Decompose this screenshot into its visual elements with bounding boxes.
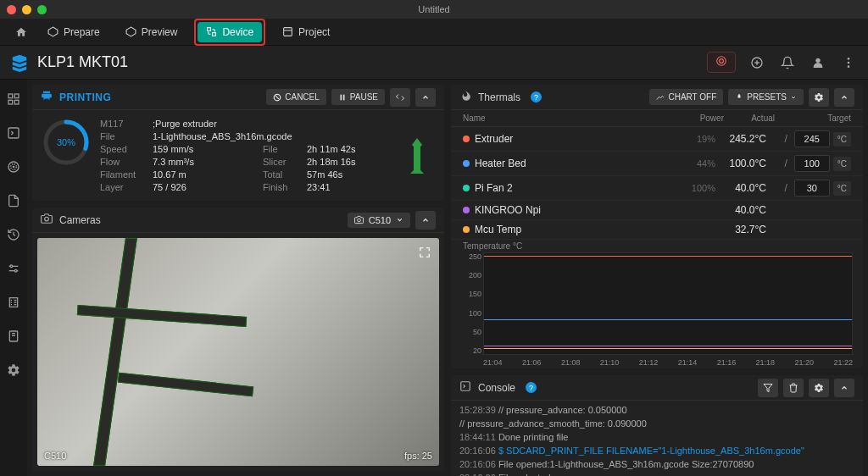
emergency-stop-button[interactable]	[707, 52, 736, 73]
svg-rect-16	[8, 100, 13, 104]
tab-preview-label: Preview	[142, 26, 178, 38]
heater-row: Heater Bed44%100.0°C/°C	[451, 152, 863, 176]
console-panel: Console ? 15:28:39 // pressure_advance: …	[451, 375, 863, 476]
thermals-settings-button[interactable]	[809, 88, 829, 107]
gcode-thumbnail	[400, 119, 434, 192]
printing-title: PRINTING	[59, 91, 111, 103]
window-min-btn[interactable]	[22, 5, 31, 14]
svg-point-6	[717, 57, 726, 66]
camera-fps-overlay: fps: 25	[404, 451, 432, 461]
sidebar-jobs-icon[interactable]	[4, 191, 23, 210]
console-clear-button[interactable]	[783, 379, 804, 397]
tab-device[interactable]: Device	[198, 22, 262, 42]
window-close-btn[interactable]	[7, 5, 16, 14]
cancel-button[interactable]: CANCEL	[266, 89, 326, 105]
collapse-console-button[interactable]	[834, 379, 854, 397]
svg-point-35	[357, 219, 360, 222]
svg-point-9	[815, 58, 820, 62]
camera-select[interactable]: C510	[348, 213, 410, 228]
user-icon[interactable]	[809, 53, 827, 72]
sidebar-config-icon[interactable]	[4, 293, 23, 312]
svg-marker-0	[48, 27, 58, 36]
progress-percent: 30%	[42, 119, 90, 166]
svg-point-12	[848, 65, 850, 68]
camera-name-overlay: C510	[44, 451, 66, 461]
collapse-printing-button[interactable]	[415, 88, 436, 107]
svg-rect-14	[14, 94, 19, 98]
svg-point-20	[13, 166, 14, 167]
heater-row: KINGROO Npi40.0°C	[451, 201, 863, 220]
cameras-panel: Cameras C510	[32, 208, 444, 471]
tab-prepare-label: Prepare	[64, 26, 100, 38]
fullscreen-icon[interactable]	[415, 243, 434, 262]
svg-rect-30	[340, 94, 342, 100]
printing-panel: PRINTING CANCEL PAUSE 30%	[32, 85, 444, 201]
svg-point-24	[14, 269, 17, 272]
bell-icon[interactable]	[778, 53, 797, 72]
left-sidebar	[0, 80, 27, 476]
top-tab-bar: Prepare Preview Device Project	[0, 19, 868, 46]
home-icon[interactable]	[12, 23, 31, 42]
target-input[interactable]	[794, 130, 830, 147]
fluidd-logo-icon	[10, 53, 29, 72]
window-title: Untitled	[418, 4, 449, 14]
reprint-button[interactable]	[390, 88, 410, 107]
camera-feed[interactable]: C510 fps: 25	[37, 238, 439, 466]
svg-marker-1	[126, 27, 136, 36]
heater-row: Mcu Temp32.7°C	[451, 220, 863, 240]
svg-point-34	[45, 217, 49, 221]
menu-dots-icon[interactable]	[839, 53, 858, 72]
presets-button[interactable]: PRESETS	[728, 89, 804, 105]
svg-rect-15	[14, 100, 19, 104]
sidebar-gcode-icon[interactable]	[4, 158, 23, 176]
console-output[interactable]: 15:28:39 // pressure_advance: 0.050000 /…	[451, 401, 863, 476]
sidebar-system-icon[interactable]	[4, 327, 23, 346]
help-icon[interactable]: ?	[526, 382, 537, 393]
svg-point-11	[848, 61, 850, 64]
target-input[interactable]	[794, 155, 830, 172]
tab-project-label: Project	[298, 26, 330, 38]
sidebar-console-icon[interactable]	[4, 124, 23, 142]
sidebar-tune-icon[interactable]	[4, 259, 23, 278]
svg-point-23	[10, 265, 13, 268]
upload-icon[interactable]	[748, 53, 766, 72]
svg-rect-4	[284, 28, 292, 36]
console-filter-button[interactable]	[758, 379, 778, 397]
printer-icon	[41, 90, 53, 104]
tab-project[interactable]: Project	[274, 22, 338, 42]
svg-point-7	[720, 59, 724, 64]
heater-row: Pi Fan 2100%40.0°C/°C	[451, 176, 863, 201]
svg-marker-37	[764, 384, 772, 391]
svg-rect-3	[213, 33, 216, 36]
tab-prepare[interactable]: Prepare	[39, 22, 108, 42]
svg-rect-31	[343, 94, 345, 100]
svg-rect-13	[8, 94, 13, 98]
collapse-cameras-button[interactable]	[415, 211, 436, 230]
sidebar-history-icon[interactable]	[4, 225, 23, 244]
window-titlebar: Untitled	[0, 0, 868, 19]
chart-off-button[interactable]: CHART OFF	[649, 89, 723, 105]
target-input[interactable]	[794, 180, 830, 196]
console-settings-button[interactable]	[809, 379, 829, 397]
heater-row: Extruder19%245.2°C/°C	[451, 127, 863, 152]
tab-preview[interactable]: Preview	[117, 22, 186, 42]
progress-ring: 30%	[42, 119, 90, 166]
page-title: KLP1 MKT01	[37, 53, 128, 71]
collapse-thermals-button[interactable]	[834, 88, 854, 107]
help-icon[interactable]: ?	[531, 91, 542, 102]
tab-device-label: Device	[222, 26, 253, 38]
camera-icon	[41, 213, 53, 227]
window-max-btn[interactable]	[37, 5, 47, 14]
thermals-panel: Thermals ? CHART OFF PRESETS Name Power …	[451, 85, 863, 368]
fire-icon	[459, 90, 471, 104]
svg-line-29	[275, 95, 279, 98]
sidebar-settings-icon[interactable]	[4, 361, 23, 379]
svg-rect-2	[208, 28, 211, 31]
console-icon	[459, 380, 471, 395]
console-title: Console	[478, 382, 515, 394]
temperature-chart[interactable]: 2502001501005020 21:0421:0621:0821:1021:…	[461, 252, 853, 367]
pause-button[interactable]: PAUSE	[331, 89, 385, 105]
svg-point-10	[848, 58, 850, 60]
sidebar-dashboard-icon[interactable]	[4, 90, 23, 108]
cameras-title: Cameras	[59, 214, 101, 226]
